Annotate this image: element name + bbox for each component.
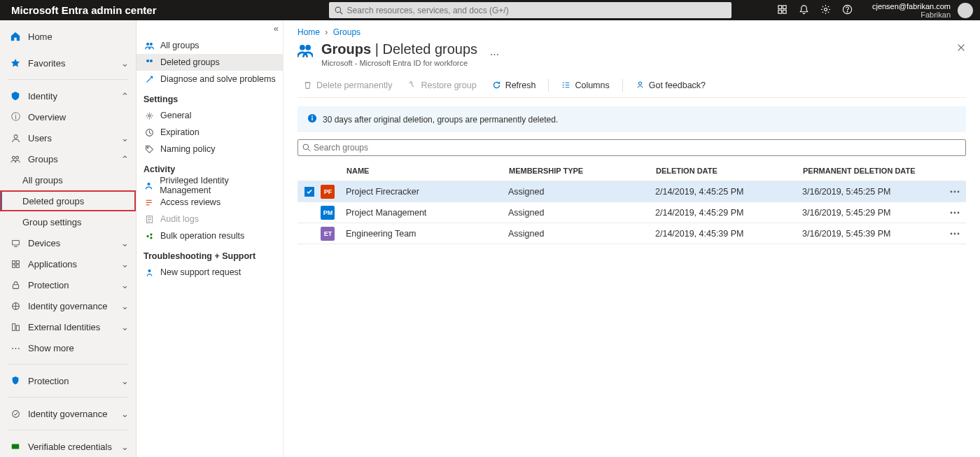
account-email: cjensen@fabrikan.com bbox=[872, 2, 951, 10]
avatar[interactable] bbox=[958, 3, 973, 18]
collapse-button[interactable]: « bbox=[274, 23, 279, 34]
home-icon bbox=[10, 31, 21, 41]
cmd-restore-group: Restore group bbox=[402, 76, 482, 95]
nav-overview[interactable]: ⓘOverview bbox=[0, 106, 136, 127]
search-groups[interactable] bbox=[298, 139, 966, 156]
nav-verifiable-credentials[interactable]: Verifiable credentials⌄ bbox=[0, 436, 136, 457]
nav-favorites[interactable]: Favorites ⌄ bbox=[0, 52, 136, 73]
nav-groups[interactable]: Groups⌃ bbox=[0, 148, 136, 169]
breadcrumb-home[interactable]: Home bbox=[298, 27, 320, 37]
svg-point-46 bbox=[958, 190, 960, 192]
gear-icon bbox=[144, 111, 155, 120]
breadcrumb-sep: › bbox=[325, 27, 328, 37]
bell-icon[interactable] bbox=[799, 4, 809, 17]
nav-label: Groups bbox=[28, 154, 121, 164]
nav-label: Verifiable credentials bbox=[28, 442, 121, 452]
account-area[interactable]: cjensen@fabrikan.com Fabrikan bbox=[861, 2, 980, 19]
cell-name: Engineering Team bbox=[340, 229, 508, 239]
divider bbox=[622, 79, 623, 92]
nav-users[interactable]: Users⌄ bbox=[0, 127, 136, 148]
more-icon[interactable]: ⋯ bbox=[490, 49, 499, 59]
row-more-icon[interactable] bbox=[949, 228, 960, 239]
connected-icon[interactable] bbox=[777, 4, 788, 17]
col-name[interactable]: NAME bbox=[341, 167, 509, 175]
svg-point-32 bbox=[146, 234, 148, 237]
cell-membership-type: Assigned bbox=[508, 229, 655, 239]
groups-icon bbox=[298, 41, 313, 60]
checkbox-icon[interactable] bbox=[304, 208, 314, 218]
table-row[interactable]: PMProject ManagementAssigned2/14/2019, 4… bbox=[298, 202, 966, 223]
blade-bulk-operation[interactable]: Bulk operation results bbox=[136, 227, 283, 244]
nav-identity-governance-2[interactable]: Identity governance⌄ bbox=[0, 403, 136, 424]
nav-deleted-groups[interactable]: Deleted groups bbox=[0, 190, 136, 211]
cmd-columns[interactable]: Columns bbox=[556, 76, 615, 95]
blade-new-support[interactable]: New support request bbox=[136, 264, 283, 281]
blade-diagnose[interactable]: Diagnose and solve problems bbox=[136, 71, 283, 87]
nav-applications[interactable]: Applications⌄ bbox=[0, 253, 136, 274]
nav-label: Favorites bbox=[28, 58, 121, 69]
checkbox-icon[interactable] bbox=[304, 229, 314, 239]
cmd-delete-permanently: Delete permanently bbox=[298, 76, 398, 95]
blade-deleted-groups[interactable]: Deleted groups bbox=[136, 54, 283, 71]
global-search[interactable] bbox=[329, 2, 732, 18]
breadcrumb-groups[interactable]: Groups bbox=[333, 27, 360, 37]
chevron-down-icon: ⌄ bbox=[121, 442, 129, 452]
blade-general[interactable]: General bbox=[136, 107, 283, 124]
svg-point-37 bbox=[305, 45, 311, 50]
groups-table: NAME MEMBERSHIP TYPE DELETION DATE PERMA… bbox=[298, 160, 966, 244]
cmd-label: Restore group bbox=[421, 80, 476, 90]
blade-label: General bbox=[160, 111, 191, 120]
apps-icon bbox=[10, 260, 21, 269]
group-avatar: PF bbox=[321, 185, 335, 199]
row-more-icon[interactable] bbox=[949, 207, 960, 218]
cmd-refresh[interactable]: Refresh bbox=[486, 76, 542, 95]
bulk-icon bbox=[144, 232, 155, 241]
help-icon[interactable] bbox=[842, 4, 853, 17]
group-avatar: ET bbox=[321, 227, 335, 241]
nav-protection-2[interactable]: Protection⌄ bbox=[0, 370, 136, 391]
nav-protection[interactable]: Protection⌄ bbox=[0, 274, 136, 295]
cell-deletion-date: 2/14/2019, 4:45:39 PM bbox=[655, 229, 802, 239]
chevron-down-icon: ⌄ bbox=[121, 301, 129, 311]
blade-label: Audit logs bbox=[160, 214, 199, 224]
svg-rect-40 bbox=[312, 118, 312, 120]
row-more-icon[interactable] bbox=[949, 186, 960, 197]
svg-point-0 bbox=[335, 7, 341, 13]
blade-pim[interactable]: Privileged Identity Management bbox=[136, 177, 283, 194]
table-row[interactable]: ETEngineering TeamAssigned2/14/2019, 4:4… bbox=[298, 223, 966, 244]
nav-group-settings[interactable]: Group settings bbox=[0, 211, 136, 232]
blade-settings-heading: Settings bbox=[136, 87, 283, 107]
page-subtitle: Microsoft - Microsoft Entra ID for workf… bbox=[321, 59, 477, 67]
close-icon[interactable] bbox=[956, 41, 966, 55]
checkbox-checked-icon[interactable] bbox=[304, 187, 314, 197]
global-search-wrap bbox=[329, 2, 732, 18]
nav-label: Devices bbox=[28, 238, 121, 248]
nav-external-identities[interactable]: External Identities⌄ bbox=[0, 316, 136, 337]
search-groups-input[interactable] bbox=[314, 143, 961, 153]
col-permanent-deletion-date[interactable]: PERMANENT DELETION DATE bbox=[803, 167, 950, 175]
blade-all-groups[interactable]: All groups bbox=[136, 37, 283, 54]
nav-home[interactable]: Home bbox=[0, 26, 136, 47]
blade-expiration[interactable]: Expiration bbox=[136, 124, 283, 141]
external-icon bbox=[10, 323, 21, 332]
nav-label: Identity bbox=[28, 91, 121, 101]
table-row[interactable]: PFProject FirecrackerAssigned2/14/2019, … bbox=[298, 181, 966, 202]
nav-label: Deleted groups bbox=[22, 196, 129, 206]
nav-show-more[interactable]: ⋯Show more bbox=[0, 337, 136, 358]
page-header: Groups | Deleted groups Microsoft - Micr… bbox=[298, 41, 966, 67]
blade-access-reviews[interactable]: Access reviews bbox=[136, 194, 283, 211]
cmd-feedback[interactable]: Got feedback? bbox=[630, 76, 711, 95]
governance-icon bbox=[10, 409, 21, 419]
col-type[interactable]: MEMBERSHIP TYPE bbox=[509, 167, 656, 175]
gear-icon[interactable] bbox=[820, 4, 831, 17]
nav-identity[interactable]: Identity ⌃ bbox=[0, 85, 136, 106]
blade-naming-policy[interactable]: Naming policy bbox=[136, 141, 283, 157]
col-deletion-date[interactable]: DELETION DATE bbox=[656, 167, 803, 175]
nav-devices[interactable]: Devices⌄ bbox=[0, 232, 136, 253]
cell-permanent-deletion-date: 3/16/2019, 5:45:29 PM bbox=[802, 208, 949, 218]
svg-point-10 bbox=[12, 156, 15, 159]
global-search-input[interactable] bbox=[347, 6, 726, 15]
nav-all-groups[interactable]: All groups bbox=[0, 169, 136, 190]
clock-icon bbox=[144, 128, 155, 137]
nav-identity-governance[interactable]: Identity governance⌄ bbox=[0, 295, 136, 316]
